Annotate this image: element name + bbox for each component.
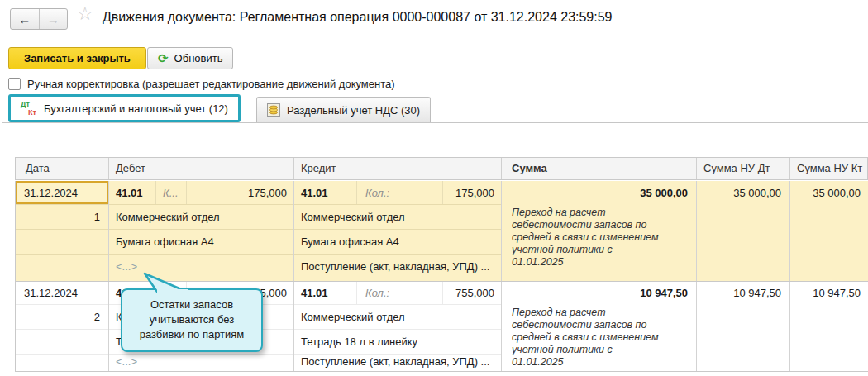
coins-icon bbox=[267, 103, 280, 117]
debit-analytics-cell[interactable]: Коммерческий отдел bbox=[109, 205, 293, 230]
column-header-debit[interactable]: Дебет bbox=[109, 158, 294, 179]
column-header-sum[interactable]: Сумма bbox=[502, 158, 697, 179]
debit-qty-label: К... bbox=[156, 181, 187, 204]
manual-adjustment-label: Ручная корректировка (разрешает редактир… bbox=[27, 78, 395, 90]
debit-analytics-empty-cell[interactable]: <...> bbox=[109, 355, 293, 371]
page-title: Движения документа: Регламентная операци… bbox=[103, 10, 613, 25]
column-header-credit[interactable]: Кредит bbox=[294, 158, 502, 179]
table-header: Дата Дебет Кредит Сумма Сумма НУ Дт Сумм… bbox=[15, 157, 868, 180]
manual-adjustment-checkbox[interactable] bbox=[8, 78, 21, 90]
credit-analytics-cell[interactable]: Поступление (акт, накладная, УПД) ... bbox=[294, 355, 501, 371]
sum-nu-kt-column: 10 947,50 bbox=[790, 282, 868, 371]
date-cell-selected[interactable]: 31.12.2024 bbox=[16, 181, 108, 204]
debit-column: 41.01 К... 175,000 Коммерческий отдел Бу… bbox=[109, 181, 294, 281]
debit-analytics-cell[interactable]: Бумага офисная А4 bbox=[109, 230, 293, 255]
refresh-button-label: Обновить bbox=[174, 52, 223, 64]
debit-account-cell[interactable]: 41.01 bbox=[109, 181, 156, 204]
document-movements-window: ← → ☆ Движения документа: Регламентная о… bbox=[0, 0, 868, 376]
date-column: 31.12.2024 2 bbox=[16, 282, 109, 371]
table-row[interactable]: 31.12.2024 1 41.01 К... 175,000 Коммерче… bbox=[15, 181, 868, 282]
sum-column: 35 000,00 Переход на расчет себестоимост… bbox=[502, 181, 697, 281]
manual-adjustment-row: Ручная корректировка (разрешает редактир… bbox=[8, 78, 395, 90]
tab-accounting-tax[interactable]: Дт Кт Бухгалтерский и налоговый учет (12… bbox=[8, 94, 241, 122]
credit-analytics-cell[interactable]: Тетрадь 18 л в линейку bbox=[294, 330, 501, 355]
credit-analytics-cell[interactable]: Коммерческий отдел bbox=[294, 205, 501, 230]
date-cell[interactable]: 31.12.2024 bbox=[16, 282, 108, 305]
credit-column: 41.01 Кол.: 175,000 Коммерческий отдел Б… bbox=[294, 181, 502, 281]
operation-comment: Переход на расчет себестоимости запасов … bbox=[502, 205, 665, 269]
sum-column: 10 947,50 Переход на расчет себестоимост… bbox=[502, 282, 697, 371]
tab-strip-divider bbox=[2, 122, 868, 123]
tab-vat-separate[interactable]: Раздельный учет НДС (30) bbox=[256, 97, 431, 122]
row-number: 2 bbox=[16, 305, 108, 330]
favorite-star-icon[interactable]: ☆ bbox=[77, 5, 93, 23]
sum-nu-kt-column: 35 000,00 bbox=[790, 181, 868, 281]
sum-nu-dt-column: 10 947,50 bbox=[697, 282, 790, 371]
sum-nu-dt-column: 35 000,00 bbox=[697, 181, 790, 281]
sum-nu-kt-cell[interactable]: 35 000,00 bbox=[790, 181, 868, 205]
hint-tooltip-text: Остатки запасов учитываются без разбивки… bbox=[140, 298, 245, 340]
save-close-button[interactable]: Записать и закрыть bbox=[8, 47, 146, 69]
sum-nu-dt-cell[interactable]: 35 000,00 bbox=[697, 181, 789, 205]
credit-qty-label: Кол.: bbox=[357, 282, 443, 304]
refresh-button[interactable]: ⟳ Обновить bbox=[147, 47, 233, 69]
credit-account-cell[interactable]: 41.01 bbox=[294, 282, 357, 304]
credit-analytics-cell[interactable]: Поступление (акт, накладная, УПД) ... bbox=[294, 255, 501, 281]
credit-column: 41.01 Кол.: 755,000 Коммерческий отдел Т… bbox=[294, 282, 502, 371]
credit-qty-cell[interactable]: 175,000 bbox=[443, 181, 501, 204]
column-header-sum-nu-dt[interactable]: Сумма НУ Дт bbox=[697, 158, 790, 179]
column-header-date[interactable]: Дата bbox=[16, 158, 109, 179]
column-header-sum-nu-kt[interactable]: Сумма НУ Кт bbox=[790, 158, 868, 179]
dt-kt-icon: Дт Кт bbox=[21, 101, 36, 117]
hint-tooltip: Остатки запасов учитываются без разбивки… bbox=[121, 288, 263, 352]
row-number: 1 bbox=[16, 205, 108, 230]
debit-qty-cell[interactable]: 175,000 bbox=[187, 181, 293, 204]
date-column: 31.12.2024 1 bbox=[16, 181, 109, 281]
sum-nu-dt-cell[interactable]: 10 947,50 bbox=[697, 282, 789, 305]
sum-cell[interactable]: 35 000,00 bbox=[502, 181, 696, 205]
back-button[interactable]: ← bbox=[11, 9, 39, 29]
tab-accounting-tax-label: Бухгалтерский и налоговый учет (12) bbox=[44, 102, 228, 115]
forward-arrow-icon: → bbox=[47, 13, 60, 26]
credit-qty-label: Кол.: bbox=[357, 181, 443, 204]
tab-vat-separate-label: Раздельный учет НДС (30) bbox=[287, 104, 420, 117]
sum-cell[interactable]: 10 947,50 bbox=[502, 282, 696, 305]
back-arrow-icon: ← bbox=[18, 13, 31, 26]
tooltip-tail bbox=[137, 272, 195, 293]
credit-analytics-cell[interactable]: Коммерческий отдел bbox=[294, 305, 501, 330]
credit-analytics-cell[interactable]: Бумага офисная А4 bbox=[294, 230, 501, 255]
forward-button[interactable]: → bbox=[39, 9, 68, 29]
sum-nu-kt-cell[interactable]: 10 947,50 bbox=[790, 282, 868, 305]
credit-qty-cell[interactable]: 755,000 bbox=[443, 282, 501, 304]
operation-comment: Переход на расчет себестоимости запасов … bbox=[502, 305, 665, 369]
nav-button-group: ← → bbox=[10, 8, 68, 30]
refresh-icon: ⟳ bbox=[158, 52, 169, 64]
credit-account-cell[interactable]: 41.01 bbox=[294, 181, 357, 204]
